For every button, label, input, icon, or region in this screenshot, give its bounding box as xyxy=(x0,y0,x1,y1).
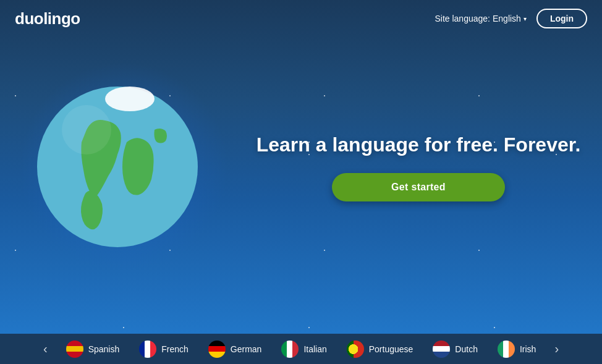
header-right: Site language: English ▾ Login xyxy=(435,9,587,28)
chevron-down-icon: ▾ xyxy=(524,15,527,22)
lang-item-irish[interactable]: Irish xyxy=(489,337,545,362)
prev-language-button[interactable]: ‹ xyxy=(33,342,57,356)
language-bar: ‹ SpanishFrenchGermanItalianPortugueseDu… xyxy=(0,334,602,364)
site-language-value: English xyxy=(493,14,521,23)
header: duolingo Site language: English ▾ Login xyxy=(0,0,602,37)
portuguese-label: Portuguese xyxy=(369,344,413,354)
main-background: duolingo Site language: English ▾ Login xyxy=(0,0,602,334)
italian-label: Italian xyxy=(303,344,326,354)
italian-flag xyxy=(281,341,299,358)
language-items: SpanishFrenchGermanItalianPortugueseDutc… xyxy=(57,337,545,362)
portuguese-flag xyxy=(347,341,364,358)
lang-item-french[interactable]: French xyxy=(130,337,197,362)
login-button[interactable]: Login xyxy=(536,9,587,28)
next-language-button[interactable]: › xyxy=(545,342,569,356)
irish-flag xyxy=(498,341,515,358)
german-label: German xyxy=(231,344,262,354)
spanish-label: Spanish xyxy=(88,344,120,354)
hero-text: Learn a language for free. Forever. Get … xyxy=(256,132,581,201)
lang-item-portuguese[interactable]: Portuguese xyxy=(338,337,422,362)
site-language-selector[interactable]: Site language: English ▾ xyxy=(435,14,526,23)
irish-label: Irish xyxy=(520,344,536,354)
logo: duolingo xyxy=(15,9,80,28)
spanish-flag xyxy=(66,341,83,358)
hero-content: Learn a language for free. Forever. Get … xyxy=(0,0,602,334)
dutch-flag xyxy=(433,341,450,358)
french-label: French xyxy=(161,344,189,354)
get-started-button[interactable]: Get started xyxy=(332,173,505,201)
dutch-label: Dutch xyxy=(455,344,478,354)
german-flag xyxy=(208,341,226,358)
lang-item-spanish[interactable]: Spanish xyxy=(57,337,129,362)
french-flag xyxy=(139,341,156,358)
hero-headline: Learn a language for free. Forever. xyxy=(256,132,581,158)
lang-item-dutch[interactable]: Dutch xyxy=(424,337,486,362)
lang-item-italian[interactable]: Italian xyxy=(273,337,335,362)
site-language-label: Site language: xyxy=(435,14,490,23)
lang-item-german[interactable]: German xyxy=(200,337,271,362)
